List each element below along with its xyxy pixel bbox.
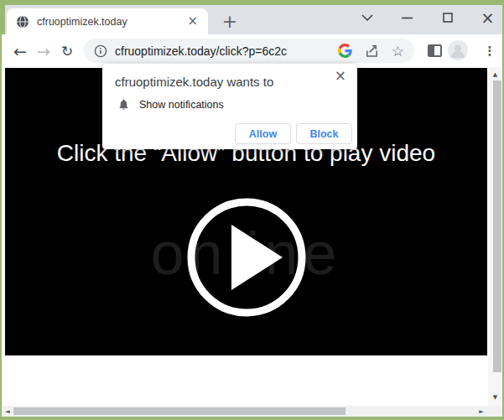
bell-icon <box>117 97 130 111</box>
vertical-scroll-thumb[interactable] <box>493 80 501 372</box>
address-bar[interactable]: cfruoptimizek.today/click?p=6c2c ☆ <box>84 39 414 63</box>
share-icon[interactable] <box>365 44 379 58</box>
google-logo-icon[interactable] <box>338 44 352 58</box>
block-button[interactable]: Block <box>296 123 352 144</box>
browser-menu-icon[interactable]: ⋮ <box>480 34 500 67</box>
minimize-icon[interactable] <box>401 8 413 27</box>
back-icon[interactable]: ← <box>9 34 31 67</box>
reload-icon[interactable]: ↻ <box>56 34 78 67</box>
forward-icon[interactable]: → <box>33 34 55 67</box>
tab-close-icon[interactable]: × <box>184 13 201 29</box>
notification-permission-dialog: × cfruoptimizek.today wants to Show noti… <box>102 64 357 149</box>
bookmark-star-icon[interactable]: ☆ <box>392 43 404 60</box>
scroll-up-icon[interactable]: ▲ <box>488 70 502 80</box>
page-info-icon[interactable] <box>94 44 107 58</box>
vertical-scrollbar[interactable]: ▲ ▼ <box>488 67 502 406</box>
window-close-icon[interactable]: × <box>481 8 494 27</box>
play-button-icon[interactable] <box>184 194 309 320</box>
browser-window: cfruoptimizek.today × + × ← → ↻ cfruopti… <box>0 0 504 420</box>
globe-favicon-icon <box>16 15 29 29</box>
browser-tab[interactable]: cfruoptimizek.today × <box>7 8 208 34</box>
scroll-left-icon[interactable]: ◄ <box>3 406 13 417</box>
url-text[interactable]: cfruoptimizek.today/click?p=6c2c <box>115 44 338 58</box>
browser-toolbar: ← → ↻ cfruoptimizek.today/click?p=6c2c ☆… <box>2 34 502 67</box>
horizontal-scrollbar[interactable]: ◄ ► <box>2 406 502 417</box>
scroll-right-icon[interactable]: ► <box>476 406 486 417</box>
new-tab-button[interactable]: + <box>218 10 242 32</box>
scroll-down-icon[interactable]: ▼ <box>488 392 502 402</box>
window-menu-chevron-icon[interactable] <box>361 8 373 27</box>
dialog-title: cfruoptimizek.today wants to <box>115 75 273 89</box>
permission-row: Show notifications <box>117 97 224 111</box>
permission-label: Show notifications <box>139 99 224 111</box>
dialog-close-icon[interactable]: × <box>332 66 349 86</box>
side-panel-icon[interactable] <box>428 44 442 57</box>
allow-button[interactable]: Allow <box>235 123 291 144</box>
tab-strip: cfruoptimizek.today × + × <box>5 5 502 34</box>
tab-title: cfruoptimizek.today <box>37 16 184 28</box>
profile-avatar[interactable] <box>448 40 468 60</box>
horizontal-scroll-thumb[interactable] <box>13 407 346 415</box>
dialog-buttons: Allow Block <box>235 123 352 144</box>
maximize-icon[interactable] <box>441 8 454 27</box>
window-controls: × <box>361 6 494 29</box>
